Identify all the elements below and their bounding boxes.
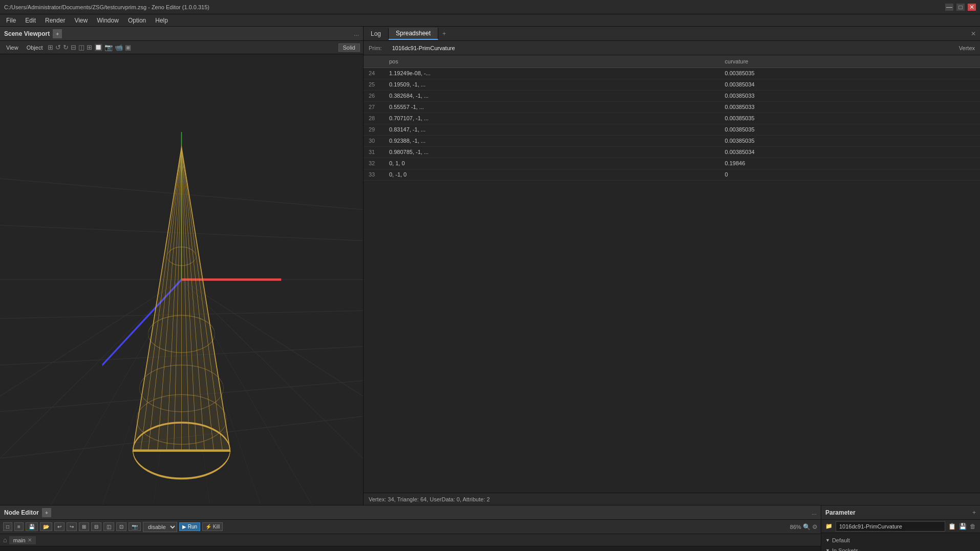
viewport-icon-10[interactable]: ▣	[125, 43, 131, 51]
viewport-icon-6[interactable]: ⊞	[87, 43, 92, 51]
close-btn[interactable]: ✕	[968, 4, 976, 11]
connections-svg	[0, 546, 821, 551]
table-row: 33 0, -1, 0 0	[364, 169, 980, 180]
param-folder-icon: 📁	[825, 523, 833, 530]
viewport-icon-9[interactable]: 📹	[115, 43, 123, 51]
menu-file[interactable]: File	[2, 16, 20, 25]
cell-pos: 0, -1, 0	[384, 169, 720, 180]
table-row: 26 0.382684, -1, ... 0.00385033	[364, 90, 980, 101]
node-editor-dots[interactable]: ...	[812, 509, 817, 516]
ne-btn-snap[interactable]: ⊡	[116, 522, 126, 531]
viewport-3d	[0, 54, 363, 505]
viewport-add-btn[interactable]: +	[53, 29, 62, 38]
ne-run-btn[interactable]: ▶ Run	[179, 522, 200, 531]
viewport-header: Scene Viewport + ...	[0, 27, 363, 41]
viewport-solid-btn[interactable]: Solid	[338, 43, 360, 52]
ne-btn-load[interactable]: 📂	[40, 522, 52, 531]
param-default-arrow: ▼	[825, 538, 830, 543]
cell-id: 24	[364, 68, 384, 79]
param-default-section[interactable]: ▼ Default	[821, 535, 980, 545]
ne-btn-grid[interactable]: ⊞	[79, 522, 89, 531]
menu-option[interactable]: Option	[124, 16, 150, 25]
ne-zoom-settings-btn[interactable]: ⚙	[812, 523, 818, 531]
table-row: 31 0.980785, -1, ... 0.00385034	[364, 146, 980, 158]
table-row: 28 0.707107, -1, ... 0.00385035	[364, 113, 980, 124]
cell-id: 29	[364, 124, 384, 135]
node-canvas[interactable]: CreateCone create position s	[0, 546, 821, 551]
ne-btn-2[interactable]: ≡	[14, 522, 24, 531]
cell-id: 28	[364, 113, 384, 124]
viewport-view-btn[interactable]: View	[3, 43, 22, 52]
scene-viewport: Scene Viewport + ... View Object ⊞ ↺ ↻ ⊟…	[0, 27, 364, 505]
menu-render[interactable]: Render	[41, 16, 69, 25]
table-row: 25 0.19509, -1, ... 0.00385034	[364, 79, 980, 90]
prim-label: Prim:	[369, 45, 382, 51]
cell-pos: 0.382684, -1, ...	[384, 90, 720, 101]
viewport-icon-5[interactable]: ◫	[78, 43, 84, 51]
viewport-icon-2[interactable]: ↺	[55, 43, 61, 51]
cell-pos: 0.83147, -1, ...	[384, 124, 720, 135]
param-name-bar: 📁 📋 💾 🗑	[821, 520, 980, 533]
menu-window[interactable]: Window	[93, 16, 123, 25]
ne-disable-select[interactable]: disable	[143, 522, 177, 532]
table-row: 27 0.55557 -1, ... 0.00385033	[364, 101, 980, 113]
tab-spreadsheet[interactable]: Spreadsheet	[389, 28, 438, 40]
param-name-input[interactable]	[836, 521, 945, 532]
menu-view[interactable]: View	[70, 16, 92, 25]
cell-id: 26	[364, 90, 384, 101]
viewport-icon-3[interactable]: ↻	[63, 43, 69, 51]
cell-curvature: 0.00385035	[720, 124, 980, 135]
ne-btn-zoom-fit[interactable]: ⊟	[91, 522, 101, 531]
param-delete-btn[interactable]: 🗑	[970, 523, 976, 530]
param-default-label: Default	[832, 537, 850, 543]
viewport-object-btn[interactable]: Object	[24, 43, 46, 52]
maximize-btn[interactable]: □	[956, 4, 965, 11]
tab-close-btn[interactable]: ✕	[967, 28, 980, 39]
param-copy-btn[interactable]: 📋	[948, 523, 956, 530]
col-pos: pos	[384, 55, 720, 68]
cell-curvature: 0.19846	[720, 158, 980, 169]
viewport-icon-4[interactable]: ⊟	[71, 43, 76, 51]
ne-btn-camera[interactable]: 📷	[129, 522, 141, 531]
ne-kill-btn[interactable]: ⚡ Kill	[202, 522, 223, 531]
table-row: 24 1.19249e-08, -... 0.00385035	[364, 68, 980, 79]
tab-add-btn[interactable]: +	[438, 28, 450, 39]
ne-btn-redo[interactable]: ↪	[67, 522, 77, 531]
ne-btn-undo[interactable]: ↩	[54, 522, 65, 531]
tab-log[interactable]: Log	[364, 28, 389, 39]
cell-curvature: 0.00385035	[720, 135, 980, 146]
cell-id: 30	[364, 135, 384, 146]
node-editor: Node Editor + ... □ ≡ 💾 📂 ↩ ↪ ⊞ ⊟ ◫ ⊡ 📷 …	[0, 505, 821, 551]
ne-home-icon[interactable]: ⌂	[3, 536, 7, 544]
ne-btn-save[interactable]: 💾	[26, 522, 38, 531]
cell-id: 31	[364, 146, 384, 158]
ne-tab-main[interactable]: main ✕	[9, 536, 36, 544]
param-body: ▼ Default ▼ In Sockets prim type pointcl…	[821, 533, 980, 551]
cell-curvature: 0.00385033	[720, 90, 980, 101]
table-row: 30 0.92388, -1, ... 0.00385035	[364, 135, 980, 146]
menu-help[interactable]: Help	[151, 16, 172, 25]
param-in-sockets-section[interactable]: ▼ In Sockets	[821, 545, 980, 551]
menu-bar: File Edit Render View Window Option Help	[0, 14, 980, 27]
ne-btn-layout[interactable]: ◫	[103, 522, 114, 531]
viewport-icon-1[interactable]: ⊞	[48, 43, 53, 51]
node-editor-add-btn[interactable]: +	[42, 508, 51, 517]
ne-zoom-reset-btn[interactable]: 🔍	[803, 523, 811, 531]
minimize-btn[interactable]: —	[945, 4, 953, 11]
spreadsheet-table[interactable]: pos curvature 24 1.19249e-08, -... 0.003…	[364, 55, 980, 493]
cell-pos: 0.980785, -1, ...	[384, 146, 720, 158]
node-editor-header: Node Editor + ...	[0, 505, 821, 520]
cell-pos: 1.19249e-08, -...	[384, 68, 720, 79]
main-layout: Scene Viewport + ... View Object ⊞ ↺ ↻ ⊟…	[0, 27, 980, 505]
viewport-dots[interactable]: ...	[354, 30, 359, 37]
viewport-icon-8[interactable]: 📷	[104, 43, 113, 51]
cell-curvature: 0.00385034	[720, 146, 980, 158]
param-save-btn[interactable]: 💾	[959, 523, 967, 530]
viewport-icon-7[interactable]: 🔲	[94, 43, 102, 51]
ne-btn-1[interactable]: □	[3, 522, 12, 531]
ne-tab-close-icon[interactable]: ✕	[28, 537, 32, 543]
cell-pos: 0.19509, -1, ...	[384, 79, 720, 90]
node-editor-tabs: ⌂ main ✕	[0, 534, 821, 546]
param-add-btn[interactable]: +	[972, 509, 976, 516]
menu-edit[interactable]: Edit	[21, 16, 40, 25]
